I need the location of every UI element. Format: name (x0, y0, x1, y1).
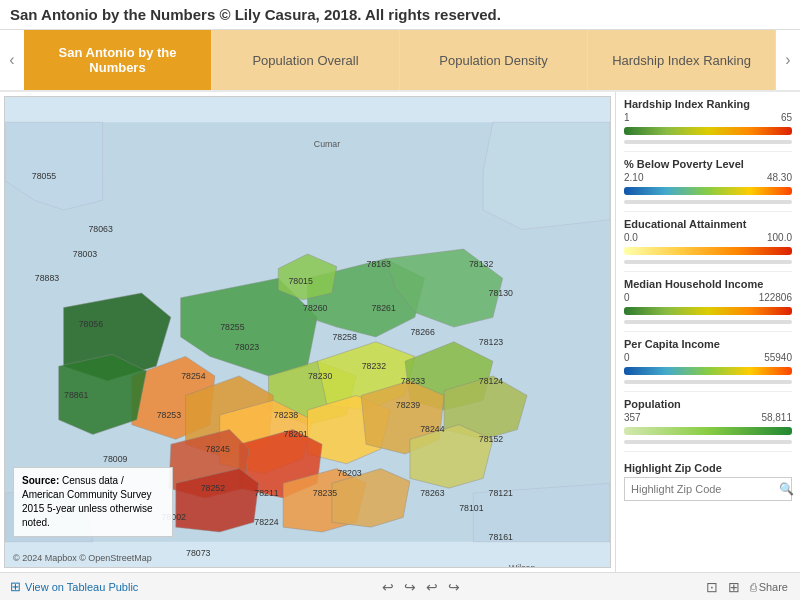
highlight-zip-input[interactable] (625, 479, 775, 499)
source-label: Source: Census data / American Community… (22, 475, 153, 528)
tabs-bar: ‹ San Antonio by the Numbers Population … (0, 30, 800, 92)
divider-2 (624, 211, 792, 212)
svg-text:78112: 78112 (352, 566, 377, 567)
share-label: Share (759, 581, 788, 593)
svg-text:Wilson: Wilson (509, 563, 535, 567)
share-button[interactable]: ⎙ Share (748, 579, 790, 595)
page-title: San Antonio by the Numbers © Lily Casura… (10, 6, 790, 23)
tab-population-density[interactable]: Population Density (400, 30, 588, 90)
filter-population: Population 35758,811 (624, 398, 792, 445)
filter-per-capita-bar (624, 367, 792, 375)
filter-median-income-range: 0122806 (624, 292, 792, 303)
right-panel: Hardship Index Ranking 165 % Below Pover… (615, 92, 800, 572)
highlight-input-wrap[interactable]: 🔍 (624, 477, 792, 501)
filter-per-capita-label: Per Capita Income (624, 338, 792, 350)
filter-poverty-label: % Below Poverty Level (624, 158, 792, 170)
header: San Antonio by the Numbers © Lily Casura… (0, 0, 800, 30)
filter-poverty-range: 2.1048.30 (624, 172, 792, 183)
divider-6 (624, 451, 792, 452)
divider-1 (624, 151, 792, 152)
filter-poverty-bar (624, 187, 792, 195)
filter-hardship-range: 165 (624, 112, 792, 123)
divider-4 (624, 331, 792, 332)
bottom-bar: ⊞ View on Tableau Public ↩ ↪ ↩ ↪ ⊡ ⊞ ⎙ S… (0, 572, 800, 600)
share-icon: ⎙ (750, 581, 757, 593)
filter-population-label: Population (624, 398, 792, 410)
svg-marker-26 (473, 483, 610, 542)
map-copyright: © 2024 Mapbox © OpenStreetMap (13, 553, 152, 563)
filter-population-range: 35758,811 (624, 412, 792, 423)
redo-button[interactable]: ↪ (402, 577, 418, 597)
download-button[interactable]: ⊡ (704, 577, 720, 597)
tab-hardship-index[interactable]: Hardship Index Ranking (588, 30, 776, 90)
filter-median-income-bar (624, 307, 792, 315)
filter-per-capita-range: 055940 (624, 352, 792, 363)
filter-median-income-label: Median Household Income (624, 278, 792, 290)
filter-hardship-label: Hardship Index Ranking (624, 98, 792, 110)
filter-hardship-bar (624, 127, 792, 135)
filter-education-range: 0.0100.0 (624, 232, 792, 243)
svg-text:78073: 78073 (186, 548, 211, 558)
undo-button[interactable]: ↩ (380, 577, 396, 597)
tab-arrow-right[interactable]: › (776, 30, 800, 90)
fullscreen-button[interactable]: ⊞ (726, 577, 742, 597)
main-content: 78055 78063 78003 78883 78056 78861 7800… (0, 92, 800, 572)
nav-controls: ↩ ↪ ↩ ↪ (380, 577, 462, 597)
tableau-link-text: View on Tableau Public (25, 581, 138, 593)
filter-median-income: Median Household Income 0122806 (624, 278, 792, 325)
tab-population-overall[interactable]: Population Overall (212, 30, 400, 90)
reset-button[interactable]: ↩ (424, 577, 440, 597)
filter-education: Educational Attainment 0.0100.0 (624, 218, 792, 265)
filter-education-label: Educational Attainment (624, 218, 792, 230)
tab-arrow-left[interactable]: ‹ (0, 30, 24, 90)
divider-3 (624, 271, 792, 272)
divider-5 (624, 391, 792, 392)
share-controls: ⊡ ⊞ ⎙ Share (704, 577, 790, 597)
highlight-section: Highlight Zip Code 🔍 (624, 462, 792, 501)
filter-education-bar (624, 247, 792, 255)
refresh-button[interactable]: ↪ (446, 577, 462, 597)
filter-hardship: Hardship Index Ranking 165 (624, 98, 792, 145)
tableau-link[interactable]: ⊞ View on Tableau Public (10, 579, 138, 594)
tab-san-antonio[interactable]: San Antonio by the Numbers (24, 30, 212, 90)
map-container: 78055 78063 78003 78883 78056 78861 7800… (4, 96, 611, 568)
filter-per-capita: Per Capita Income 055940 (624, 338, 792, 385)
filter-population-bar (624, 427, 792, 435)
highlight-label: Highlight Zip Code (624, 462, 792, 474)
svg-text:78264: 78264 (230, 566, 255, 567)
svg-marker-24 (483, 122, 610, 229)
source-box: Source: Census data / American Community… (13, 467, 173, 537)
filter-hardship-slider-wrap (624, 139, 792, 145)
search-icon: 🔍 (775, 478, 798, 500)
filter-poverty: % Below Poverty Level 2.1048.30 (624, 158, 792, 205)
tableau-grid-icon: ⊞ (10, 579, 21, 594)
